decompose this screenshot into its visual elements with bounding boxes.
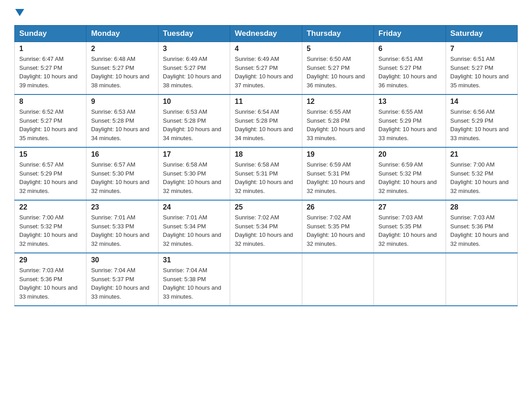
day-info: Sunrise: 6:52 AMSunset: 5:27 PMDaylight:…: [19, 107, 82, 142]
calendar-header-saturday: Saturday: [446, 26, 517, 42]
day-number: 18: [235, 150, 297, 158]
day-info: Sunrise: 7:00 AMSunset: 5:32 PMDaylight:…: [19, 213, 82, 248]
calendar-week-row: 8Sunrise: 6:52 AMSunset: 5:27 PMDaylight…: [15, 94, 518, 147]
calendar-cell: 17Sunrise: 6:58 AMSunset: 5:30 PMDayligh…: [158, 147, 230, 200]
day-info: Sunrise: 7:02 AMSunset: 5:34 PMDaylight:…: [235, 213, 297, 248]
calendar-cell: 21Sunrise: 7:00 AMSunset: 5:32 PMDayligh…: [446, 147, 517, 200]
day-number: 30: [91, 256, 153, 264]
calendar-cell: 16Sunrise: 6:57 AMSunset: 5:30 PMDayligh…: [86, 147, 158, 200]
day-info: Sunrise: 6:53 AMSunset: 5:28 PMDaylight:…: [91, 107, 153, 142]
day-info: Sunrise: 7:01 AMSunset: 5:33 PMDaylight:…: [91, 213, 153, 248]
calendar-cell: 28Sunrise: 7:03 AMSunset: 5:36 PMDayligh…: [446, 200, 517, 253]
day-number: 11: [235, 98, 297, 106]
day-number: 22: [19, 203, 82, 211]
calendar-cell: [230, 253, 302, 306]
calendar-cell: 11Sunrise: 6:54 AMSunset: 5:28 PMDayligh…: [230, 94, 302, 147]
day-number: 27: [378, 203, 441, 211]
day-info: Sunrise: 6:58 AMSunset: 5:31 PMDaylight:…: [235, 160, 297, 195]
day-number: 1: [19, 45, 82, 53]
calendar-week-row: 15Sunrise: 6:57 AMSunset: 5:29 PMDayligh…: [15, 147, 518, 200]
day-info: Sunrise: 7:00 AMSunset: 5:32 PMDaylight:…: [450, 160, 513, 195]
calendar-cell: 25Sunrise: 7:02 AMSunset: 5:34 PMDayligh…: [230, 200, 302, 253]
calendar-header-sunday: Sunday: [15, 26, 86, 42]
day-info: Sunrise: 6:49 AMSunset: 5:27 PMDaylight:…: [163, 55, 225, 90]
day-info: Sunrise: 6:51 AMSunset: 5:27 PMDaylight:…: [378, 55, 441, 90]
calendar-cell: 22Sunrise: 7:00 AMSunset: 5:32 PMDayligh…: [15, 200, 86, 253]
calendar-header-tuesday: Tuesday: [158, 26, 230, 42]
calendar-header-wednesday: Wednesday: [230, 26, 302, 42]
day-info: Sunrise: 6:48 AMSunset: 5:27 PMDaylight:…: [91, 55, 153, 90]
calendar-week-row: 29Sunrise: 7:03 AMSunset: 5:36 PMDayligh…: [15, 253, 518, 306]
calendar-cell: 26Sunrise: 7:02 AMSunset: 5:35 PMDayligh…: [302, 200, 373, 253]
day-number: 15: [19, 150, 82, 158]
day-info: Sunrise: 6:59 AMSunset: 5:32 PMDaylight:…: [378, 160, 441, 195]
calendar-header-monday: Monday: [86, 26, 158, 42]
day-number: 9: [91, 98, 153, 106]
logo: [14, 11, 24, 18]
calendar-cell: 10Sunrise: 6:53 AMSunset: 5:28 PMDayligh…: [158, 94, 230, 147]
day-number: 20: [378, 150, 441, 158]
calendar-week-row: 1Sunrise: 6:47 AMSunset: 5:27 PMDaylight…: [15, 42, 518, 95]
calendar-table: SundayMondayTuesdayWednesdayThursdayFrid…: [14, 25, 518, 306]
day-info: Sunrise: 7:02 AMSunset: 5:35 PMDaylight:…: [307, 213, 369, 248]
day-number: 26: [307, 203, 369, 211]
day-number: 31: [163, 256, 225, 264]
day-number: 4: [235, 45, 297, 53]
calendar-cell: 29Sunrise: 7:03 AMSunset: 5:36 PMDayligh…: [15, 253, 86, 306]
day-info: Sunrise: 7:04 AMSunset: 5:37 PMDaylight:…: [91, 266, 153, 301]
day-number: 17: [163, 150, 225, 158]
day-number: 29: [19, 256, 82, 264]
calendar-cell: 9Sunrise: 6:53 AMSunset: 5:28 PMDaylight…: [86, 94, 158, 147]
day-info: Sunrise: 6:50 AMSunset: 5:27 PMDaylight:…: [307, 55, 369, 90]
calendar-cell: 30Sunrise: 7:04 AMSunset: 5:37 PMDayligh…: [86, 253, 158, 306]
calendar-header-row: SundayMondayTuesdayWednesdayThursdayFrid…: [15, 26, 518, 42]
day-info: Sunrise: 7:03 AMSunset: 5:35 PMDaylight:…: [378, 213, 441, 248]
day-info: Sunrise: 7:04 AMSunset: 5:38 PMDaylight:…: [163, 266, 225, 301]
day-info: Sunrise: 6:51 AMSunset: 5:27 PMDaylight:…: [450, 55, 513, 90]
day-info: Sunrise: 6:47 AMSunset: 5:27 PMDaylight:…: [19, 55, 82, 90]
calendar-cell: 27Sunrise: 7:03 AMSunset: 5:35 PMDayligh…: [374, 200, 446, 253]
day-number: 6: [378, 45, 441, 53]
day-info: Sunrise: 6:49 AMSunset: 5:27 PMDaylight:…: [235, 55, 297, 90]
calendar-week-row: 22Sunrise: 7:00 AMSunset: 5:32 PMDayligh…: [15, 200, 518, 253]
day-number: 13: [378, 98, 441, 106]
day-info: Sunrise: 7:03 AMSunset: 5:36 PMDaylight:…: [19, 266, 82, 301]
day-info: Sunrise: 6:55 AMSunset: 5:29 PMDaylight:…: [378, 107, 441, 142]
calendar-cell: 6Sunrise: 6:51 AMSunset: 5:27 PMDaylight…: [374, 42, 446, 95]
day-number: 19: [307, 150, 369, 158]
day-number: 24: [163, 203, 225, 211]
calendar-cell: 4Sunrise: 6:49 AMSunset: 5:27 PMDaylight…: [230, 42, 302, 95]
calendar-cell: [446, 253, 517, 306]
day-number: 2: [91, 45, 153, 53]
day-number: 23: [91, 203, 153, 211]
day-info: Sunrise: 7:01 AMSunset: 5:34 PMDaylight:…: [163, 213, 225, 248]
calendar-cell: 5Sunrise: 6:50 AMSunset: 5:27 PMDaylight…: [302, 42, 373, 95]
page-header: [14, 11, 518, 18]
day-info: Sunrise: 6:56 AMSunset: 5:29 PMDaylight:…: [450, 107, 513, 142]
logo-triangle-icon: [15, 9, 24, 16]
calendar-cell: 12Sunrise: 6:55 AMSunset: 5:28 PMDayligh…: [302, 94, 373, 147]
calendar-cell: 18Sunrise: 6:58 AMSunset: 5:31 PMDayligh…: [230, 147, 302, 200]
calendar-cell: 15Sunrise: 6:57 AMSunset: 5:29 PMDayligh…: [15, 147, 86, 200]
day-info: Sunrise: 6:59 AMSunset: 5:31 PMDaylight:…: [307, 160, 369, 195]
day-number: 21: [450, 150, 513, 158]
calendar-cell: 2Sunrise: 6:48 AMSunset: 5:27 PMDaylight…: [86, 42, 158, 95]
calendar-cell: 8Sunrise: 6:52 AMSunset: 5:27 PMDaylight…: [15, 94, 86, 147]
calendar-cell: 23Sunrise: 7:01 AMSunset: 5:33 PMDayligh…: [86, 200, 158, 253]
day-number: 12: [307, 98, 369, 106]
calendar-cell: 31Sunrise: 7:04 AMSunset: 5:38 PMDayligh…: [158, 253, 230, 306]
day-number: 16: [91, 150, 153, 158]
calendar-cell: 7Sunrise: 6:51 AMSunset: 5:27 PMDaylight…: [446, 42, 517, 95]
day-number: 28: [450, 203, 513, 211]
day-info: Sunrise: 6:57 AMSunset: 5:29 PMDaylight:…: [19, 160, 82, 195]
day-info: Sunrise: 6:55 AMSunset: 5:28 PMDaylight:…: [307, 107, 369, 142]
calendar-header-thursday: Thursday: [302, 26, 373, 42]
day-number: 7: [450, 45, 513, 53]
calendar-cell: 13Sunrise: 6:55 AMSunset: 5:29 PMDayligh…: [374, 94, 446, 147]
day-info: Sunrise: 7:03 AMSunset: 5:36 PMDaylight:…: [450, 213, 513, 248]
day-number: 3: [163, 45, 225, 53]
calendar-cell: [374, 253, 446, 306]
calendar-cell: 3Sunrise: 6:49 AMSunset: 5:27 PMDaylight…: [158, 42, 230, 95]
calendar-cell: 14Sunrise: 6:56 AMSunset: 5:29 PMDayligh…: [446, 94, 517, 147]
day-info: Sunrise: 6:58 AMSunset: 5:30 PMDaylight:…: [163, 160, 225, 195]
